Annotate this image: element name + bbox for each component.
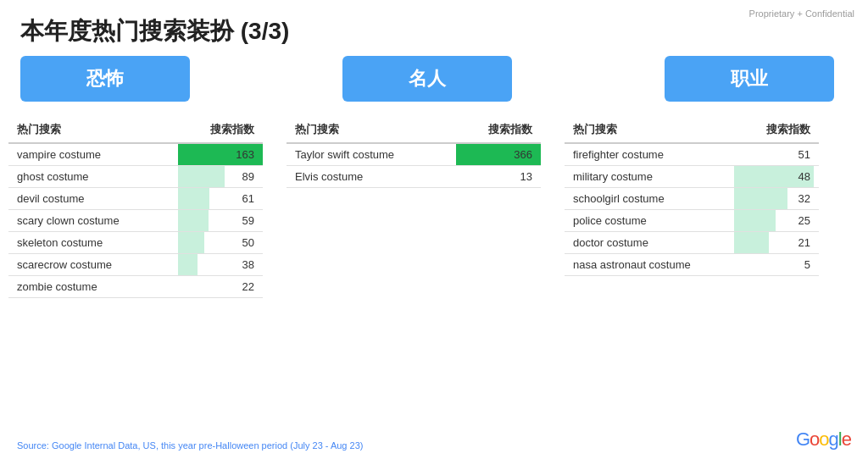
row-name: scary clown costume xyxy=(8,210,178,232)
tables-row: 热门搜索 搜索指数 vampire costume163ghost costum… xyxy=(0,117,868,298)
table-row: police costume25 xyxy=(565,210,819,232)
row-name: devil costume xyxy=(8,188,178,210)
table-row: zombie costume22 xyxy=(8,276,263,298)
row-value: 51 xyxy=(734,143,819,166)
row-name: doctor costume xyxy=(565,232,734,254)
celebrity-col2-header: 搜索指数 xyxy=(456,117,541,143)
row-value: 25 xyxy=(734,210,819,232)
horror-col2-header: 搜索指数 xyxy=(178,117,263,143)
table-row: vampire costume163 xyxy=(8,143,263,166)
footer-google-link: Google Internal Data xyxy=(52,440,138,451)
table-row: firefighter costume51 xyxy=(565,143,819,166)
footer-source-suffix: , US, this year pre-Halloween period (Ju… xyxy=(137,440,363,451)
confidential-label: Proprietary + Confidential xyxy=(749,8,854,19)
row-name: vampire costume xyxy=(8,143,178,166)
row-value: 89 xyxy=(178,166,263,188)
row-value: 50 xyxy=(178,232,263,254)
footer-source: Source: Google Internal Data, US, this y… xyxy=(17,440,363,451)
category-celebrity-btn[interactable]: 名人 xyxy=(342,56,512,102)
row-value: 61 xyxy=(178,188,263,210)
row-value: 48 xyxy=(734,166,819,188)
horror-table: 热门搜索 搜索指数 vampire costume163ghost costum… xyxy=(8,117,263,298)
professional-table: 热门搜索 搜索指数 firefighter costume51military … xyxy=(565,117,819,276)
table-row: schoolgirl costume32 xyxy=(565,188,819,210)
table-row: devil costume61 xyxy=(8,188,263,210)
row-name: Elvis costume xyxy=(287,166,456,188)
table-row: skeleton costume50 xyxy=(8,232,263,254)
professional-col2-header: 搜索指数 xyxy=(734,117,819,143)
row-name: police costume xyxy=(565,210,734,232)
table-row: ghost costume89 xyxy=(8,166,263,188)
table-row: military costume48 xyxy=(565,166,819,188)
row-value: 13 xyxy=(456,166,541,188)
page-title: 本年度热门搜索装扮 (3/3) xyxy=(0,0,868,56)
table-row: nasa astronaut costume5 xyxy=(565,254,819,276)
table-row: scarecrow costume38 xyxy=(8,254,263,276)
row-name: ghost costume xyxy=(8,166,178,188)
row-value: 5 xyxy=(734,254,819,276)
table-row: scary clown costume59 xyxy=(8,210,263,232)
row-name: zombie costume xyxy=(8,276,178,298)
footer-source-prefix: Source: xyxy=(17,440,52,451)
google-logo: Google xyxy=(796,429,851,451)
row-value: 22 xyxy=(178,276,263,298)
table-row: doctor costume21 xyxy=(565,232,819,254)
row-value: 366 xyxy=(456,143,541,166)
category-horror-btn[interactable]: 恐怖 xyxy=(20,56,190,102)
row-name: nasa astronaut costume xyxy=(565,254,734,276)
celebrity-col1-header: 热门搜索 xyxy=(287,117,456,143)
row-name: firefighter costume xyxy=(565,143,734,166)
category-professional-btn[interactable]: 职业 xyxy=(665,56,834,102)
celebrity-table-section: 热门搜索 搜索指数 Taylor swift costume366Elvis c… xyxy=(287,117,541,188)
row-name: skeleton costume xyxy=(8,232,178,254)
row-value: 21 xyxy=(734,232,819,254)
footer: Source: Google Internal Data, US, this y… xyxy=(0,429,868,451)
row-value: 59 xyxy=(178,210,263,232)
horror-col1-header: 热门搜索 xyxy=(8,117,178,143)
table-row: Taylor swift costume366 xyxy=(287,143,541,166)
row-value: 38 xyxy=(178,254,263,276)
categories-row: 恐怖 名人 职业 xyxy=(0,56,868,102)
row-value: 32 xyxy=(734,188,819,210)
professional-col1-header: 热门搜索 xyxy=(565,117,734,143)
horror-table-section: 热门搜索 搜索指数 vampire costume163ghost costum… xyxy=(8,117,263,298)
row-name: schoolgirl costume xyxy=(565,188,734,210)
celebrity-table: 热门搜索 搜索指数 Taylor swift costume366Elvis c… xyxy=(287,117,541,188)
row-value: 163 xyxy=(178,143,263,166)
row-name: military costume xyxy=(565,166,734,188)
row-name: Taylor swift costume xyxy=(287,143,456,166)
row-name: scarecrow costume xyxy=(8,254,178,276)
professional-table-section: 热门搜索 搜索指数 firefighter costume51military … xyxy=(565,117,819,276)
table-row: Elvis costume13 xyxy=(287,166,541,188)
